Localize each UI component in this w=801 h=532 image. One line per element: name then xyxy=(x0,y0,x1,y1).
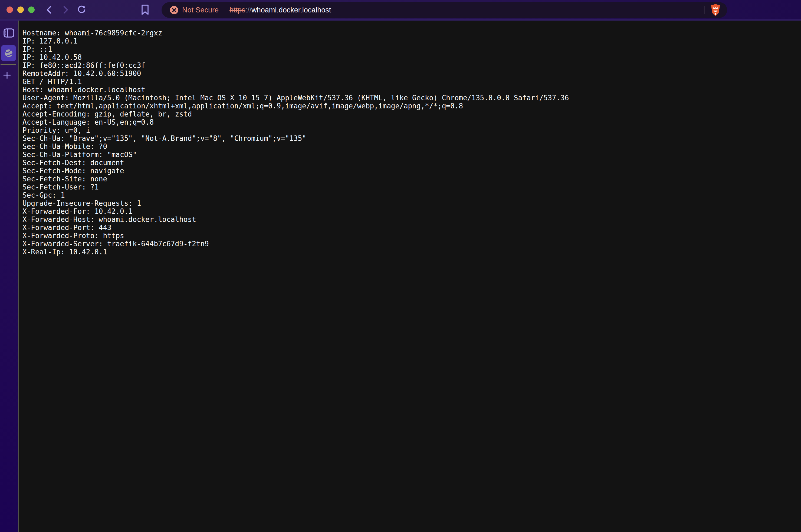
traffic-lights xyxy=(6,6,35,13)
web-page-content: Hostname: whoami-76c9859cfc-2rgxz IP: 12… xyxy=(19,21,801,532)
url-scheme-separator: :// xyxy=(245,6,252,14)
url-text[interactable]: https://whoami.docker.localhost xyxy=(230,6,331,14)
close-window-button[interactable] xyxy=(6,6,13,13)
urlbar-divider xyxy=(704,6,704,14)
whoami-response-text: Hostname: whoami-76c9859cfc-2rgxz IP: 12… xyxy=(19,21,801,256)
not-secure-octagon-icon xyxy=(170,6,179,15)
vertical-tabs-sidebar xyxy=(0,21,18,532)
address-bar[interactable]: Not Secure https://whoami.docker.localho… xyxy=(162,2,727,18)
back-button[interactable] xyxy=(44,5,54,15)
zoom-window-button[interactable] xyxy=(28,6,35,13)
sidebar-toggle-button[interactable] xyxy=(3,27,15,38)
plus-icon xyxy=(3,71,11,79)
urlbar-right-controls xyxy=(704,2,721,18)
forward-button[interactable] xyxy=(61,5,70,15)
brave-shield-icon xyxy=(710,4,721,16)
url-host: whoami.docker.localhost xyxy=(251,6,331,14)
globe-icon xyxy=(4,49,14,58)
back-chevron-icon xyxy=(44,5,54,15)
active-tab-whoami[interactable] xyxy=(1,45,16,61)
security-label: Not Secure xyxy=(182,6,219,14)
reload-button[interactable] xyxy=(77,5,87,15)
security-badge[interactable]: Not Secure xyxy=(170,6,219,15)
new-tab-button[interactable] xyxy=(3,71,11,79)
minimize-window-button[interactable] xyxy=(17,6,24,13)
sidebar-separator xyxy=(1,64,16,65)
brave-shields-button[interactable] xyxy=(710,3,721,17)
url-scheme: https xyxy=(230,6,245,14)
bookmark-icon xyxy=(141,4,149,16)
nav-buttons xyxy=(44,5,87,15)
reload-icon xyxy=(77,4,87,15)
forward-chevron-icon xyxy=(61,5,70,15)
sidebar-panel-icon xyxy=(3,28,15,38)
bookmark-button[interactable] xyxy=(140,4,150,16)
